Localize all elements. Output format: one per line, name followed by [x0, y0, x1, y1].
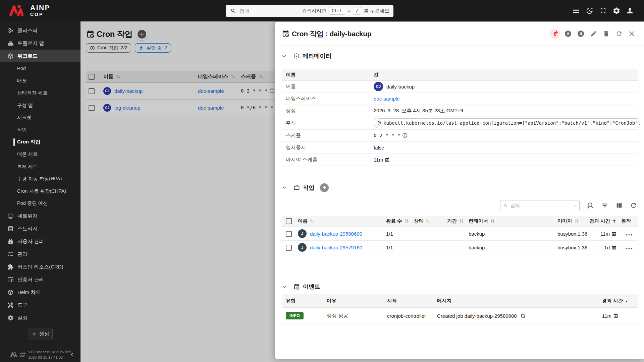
annotation-text: kubectl.kubernetes.io/last-applied-confi…	[383, 120, 640, 126]
sort-ascending-icon[interactable]	[612, 219, 616, 224]
sidebar-item-daemonset[interactable]: 데몬 세트	[0, 148, 80, 161]
job-container: backup	[465, 227, 553, 241]
close-drawer-button[interactable]	[627, 29, 637, 39]
chevron-down-icon[interactable]	[282, 54, 287, 59]
column-header-completions[interactable]: 완료 수	[386, 218, 402, 224]
dark-mode-button[interactable]	[583, 4, 596, 17]
sidebar-item-storage[interactable]: 스토리지	[0, 222, 80, 235]
sidebar-item-management[interactable]: 관리	[0, 248, 80, 260]
sidebar-item-pdb[interactable]: Pod 중단 예산	[0, 197, 80, 210]
trigger-button[interactable]	[563, 29, 573, 39]
sidebar-item-configmap[interactable]: 구성 맵	[0, 99, 80, 112]
sidebar-item-helm-chart[interactable]: Helm 차트	[0, 286, 80, 299]
global-search[interactable]: 검색하려면 Ctrl + / 를 누르세요	[226, 5, 393, 17]
info-icon[interactable]	[402, 133, 408, 138]
fullscreen-button[interactable]	[596, 4, 610, 17]
chevron-down-icon[interactable]	[282, 284, 287, 289]
settings-button[interactable]	[610, 4, 623, 17]
collapse-sidebar-icon[interactable]	[70, 352, 74, 357]
column-header-status[interactable]: 상태	[414, 218, 424, 224]
columns-icon[interactable]	[615, 202, 623, 209]
delete-button[interactable]	[601, 29, 611, 39]
refresh-icon[interactable]	[630, 202, 637, 209]
add-job-button[interactable]	[320, 183, 329, 192]
search-off-icon[interactable]	[587, 202, 594, 209]
annotation-chip[interactable]: @ kubectl.kubernetes.io/last-applied-con…	[374, 118, 640, 128]
sidebar-item-label: 배포	[17, 77, 27, 84]
sort-icon[interactable]	[459, 219, 464, 224]
column-header-message[interactable]: 메시지	[433, 294, 598, 307]
chevron-down-icon[interactable]	[282, 185, 287, 190]
row-checkbox[interactable]	[286, 245, 292, 251]
suspend-button[interactable]	[576, 29, 586, 39]
telescope-icon	[552, 31, 558, 37]
sidebar-item-pod[interactable]: Pod	[0, 62, 80, 75]
sidebar-item-workload[interactable]: 워크로드	[0, 50, 80, 62]
sidebar-item-job[interactable]: 작업	[0, 124, 80, 136]
refresh-button[interactable]	[614, 29, 624, 39]
sidebar-item-label: 사용자 관리	[17, 238, 44, 245]
sort-ascending-icon[interactable]: ▲	[625, 299, 628, 303]
job-link[interactable]: daily-backup-29579160	[310, 245, 362, 250]
calendar-icon[interactable]	[611, 245, 616, 250]
column-header-reason[interactable]: 이유	[323, 294, 383, 307]
calendar-icon[interactable]	[613, 313, 618, 318]
sidebar-item-tools[interactable]: 도구	[0, 299, 80, 311]
sidebar-item-topology-map[interactable]: 토폴로지 맵	[0, 37, 80, 50]
row-menu-button[interactable]: ●●●	[626, 233, 633, 236]
sort-icon[interactable]	[404, 219, 409, 224]
sort-icon[interactable]	[426, 219, 431, 224]
filter-icon[interactable]	[601, 202, 608, 209]
sidebar-item-certificate[interactable]: 인증서 관리	[0, 273, 80, 286]
sidebar-item-crd[interactable]: 커스텀 리소스(CRD)	[0, 260, 80, 273]
calendar-icon[interactable]	[611, 231, 616, 236]
sidebar-item-secret[interactable]: 시크릿	[0, 111, 80, 124]
row-menu-button[interactable]: ●●●	[626, 247, 633, 250]
column-header-duration[interactable]: 기간	[447, 218, 457, 224]
sort-icon[interactable]	[574, 219, 579, 224]
sidebar-item-user-management[interactable]: 사용자 관리	[0, 235, 80, 248]
calendar-icon[interactable]	[385, 157, 390, 162]
column-header-age[interactable]: 경과 시간	[602, 298, 623, 303]
sidebar-item-replicaset[interactable]: 복제 세트	[0, 161, 80, 173]
column-header-name[interactable]: 이름	[298, 218, 308, 224]
column-header-image[interactable]: 이미지	[557, 218, 572, 224]
sidebar-item-networking[interactable]: 네트워킹	[0, 209, 80, 222]
column-header-container[interactable]: 컨테이너	[469, 218, 488, 224]
create-button[interactable]: 생성	[28, 328, 53, 340]
brand-logo[interactable]: AINP COP	[9, 4, 50, 17]
sidebar-item-cluster[interactable]: 클러스터	[0, 24, 80, 37]
jobs-search[interactable]	[500, 200, 580, 211]
sidebar-item-hpa[interactable]: 수평 자동 확장(HPA)	[0, 173, 80, 185]
edit-button[interactable]	[588, 29, 598, 39]
select-all-checkbox[interactable]	[286, 218, 292, 224]
sort-icon[interactable]	[310, 219, 315, 224]
sort-icon[interactable]	[490, 219, 495, 224]
column-header-source[interactable]: 시작	[383, 294, 433, 307]
clear-search-icon[interactable]	[573, 203, 576, 208]
sidebar-item-cronjob[interactable]: Cron 작업	[0, 136, 80, 148]
management-icon	[7, 251, 14, 257]
drawer-body: 메타데이터 이름 값 이름 CJdaily-backup 네임스페이스 doc-…	[275, 46, 640, 359]
announce-button[interactable]	[550, 29, 560, 39]
meta-label: 생성	[282, 105, 370, 117]
event-age: 11m	[602, 313, 611, 319]
jobs-search-input[interactable]	[511, 203, 573, 208]
global-search-input[interactable]	[239, 8, 302, 14]
drawer-scrollbar[interactable]	[640, 46, 644, 359]
namespace-link[interactable]: doc-sample	[374, 96, 400, 102]
job-link[interactable]: daily-backup-29580600	[310, 231, 362, 237]
menu-button[interactable]	[570, 4, 583, 17]
footer-logo-icon	[10, 352, 18, 358]
account-button[interactable]	[623, 4, 637, 17]
sidebar-item-settings[interactable]: 설정	[0, 311, 80, 324]
sidebar-item-chpa[interactable]: Cron 자동 확장(CHPA)	[0, 185, 80, 197]
column-header-age[interactable]: 경과 시간	[589, 218, 610, 224]
copy-icon[interactable]	[520, 313, 526, 318]
sidebar-item-deployment[interactable]: 배포	[0, 75, 80, 87]
brand-logo-icon	[9, 4, 26, 17]
column-header-type[interactable]: 유형	[282, 294, 323, 307]
job-duration: -	[443, 227, 465, 241]
row-checkbox[interactable]	[286, 231, 292, 237]
sidebar-item-statefulset[interactable]: 상태저장 세트	[0, 87, 80, 99]
